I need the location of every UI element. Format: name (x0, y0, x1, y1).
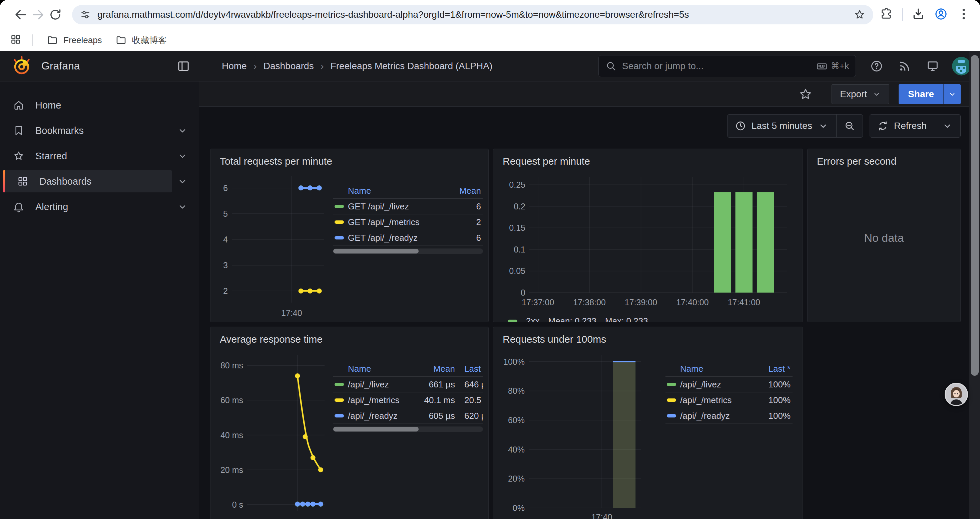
series-name[interactable]: /api/_/readyz (348, 411, 407, 421)
search-input[interactable] (622, 61, 816, 72)
series-name[interactable]: /api/_/livez (680, 379, 753, 390)
breadcrumb-dashboards[interactable]: Dashboards (264, 61, 314, 72)
sidebar-item-alerting[interactable]: Alerting (0, 196, 199, 218)
legend-col[interactable]: Last * (753, 364, 792, 374)
page-scrollbar-track[interactable] (969, 51, 980, 519)
panel-title[interactable]: Total requests per minute (216, 153, 483, 171)
series-name[interactable]: GET /api/_/metrics (348, 217, 446, 227)
refresh-interval-button[interactable] (934, 115, 960, 137)
time-range-button[interactable]: Last 5 minutes (727, 115, 836, 137)
legend-scrollbar[interactable] (333, 426, 483, 432)
legend-col-name[interactable]: Name (348, 364, 407, 374)
refresh-label: Refresh (894, 121, 927, 131)
news-button[interactable] (896, 57, 913, 75)
site-settings-icon[interactable] (80, 9, 91, 21)
series-value: 6 (446, 201, 483, 212)
series-name[interactable]: GET /api/_/livez (348, 201, 446, 212)
panel-total-requests[interactable]: Total requests per minute 6543217:40 Nam… (210, 149, 488, 322)
page-scrollbar-thumb[interactable] (970, 55, 978, 376)
bookmark-folder-freeleaps[interactable]: Freeleaps (41, 32, 107, 48)
bookmark-icon (13, 125, 25, 137)
grafana-logo[interactable] (11, 56, 32, 77)
zoom-out-icon (844, 120, 855, 132)
panel-title[interactable]: Errors per second (813, 153, 955, 171)
breadcrumb-current[interactable]: Freeleaps Metrics Dashboard (ALPHA) (331, 61, 493, 72)
browser-menu-button[interactable] (957, 7, 970, 22)
panel-title[interactable]: Average response time (216, 332, 483, 349)
legend-col[interactable]: Mean (446, 186, 483, 196)
url-bar[interactable]: grafana.mathmast.com/d/deytv4rwavabkb/fr… (72, 5, 873, 24)
extensions-button[interactable] (879, 7, 893, 22)
panel-errors-per-second[interactable]: Errors per second No data (807, 149, 961, 322)
panel-title[interactable]: Request per minute (499, 153, 797, 171)
zoom-out-button[interactable] (836, 115, 862, 137)
url-text[interactable]: grafana.mathmast.com/d/deytv4rwavabkb/fr… (97, 10, 853, 20)
series-name[interactable]: /api/_/metrics (348, 395, 407, 406)
breadcrumb-separator: › (253, 61, 257, 72)
export-button[interactable]: Export (832, 84, 889, 104)
chevron-down-icon[interactable] (177, 201, 188, 212)
svg-text:40 ms: 40 ms (221, 431, 243, 440)
series-name[interactable]: /api/_/readyz (680, 411, 753, 421)
favorite-star-icon[interactable] (799, 87, 813, 101)
series-value: 620 µs (457, 411, 483, 421)
floating-assistant-avatar[interactable] (945, 383, 968, 406)
back-button[interactable] (12, 6, 29, 23)
time-picker-group: Last 5 minutes (727, 114, 863, 137)
folder-icon (47, 34, 58, 46)
panel-avg-response-time[interactable]: Average response time 80 ms60 ms40 ms20 … (210, 327, 488, 519)
requests-under-100ms-chart[interactable]: 100%80%60%40%20%0%17:40 (499, 349, 644, 519)
series-name[interactable]: 2xx (526, 316, 539, 322)
bookmark-star-icon[interactable] (853, 8, 866, 21)
bookmark-label: Freeleaps (64, 35, 102, 45)
profile-button[interactable] (934, 7, 948, 22)
reload-button[interactable] (47, 6, 64, 23)
sidebar: Home Bookmarks Starred (0, 81, 199, 519)
avg-response-time-chart[interactable]: 80 ms60 ms40 ms20 ms0 s17:40 (216, 349, 328, 519)
svg-text:0.1: 0.1 (514, 245, 525, 254)
legend-scrollbar-thumb[interactable] (333, 427, 418, 431)
series-name[interactable]: GET /api/_/readyz (348, 233, 446, 243)
legend-scrollbar[interactable] (333, 249, 483, 254)
chevron-down-icon[interactable] (177, 176, 188, 187)
legend-scrollbar-thumb[interactable] (333, 249, 418, 254)
search-box[interactable]: ⌘+k (598, 55, 856, 77)
sidebar-item-home[interactable]: Home (0, 94, 199, 116)
panel-request-per-minute[interactable]: Request per minute 0.250.20.150.10.05017… (493, 149, 803, 322)
breadcrumb-home[interactable]: Home (222, 61, 247, 72)
sidebar-item-starred[interactable]: Starred (0, 145, 199, 167)
legend-col[interactable]: Last * (457, 364, 483, 374)
shortcut-text: ⌘+k (831, 61, 849, 71)
legend-col-name[interactable]: Name (348, 186, 446, 196)
legend-col-name[interactable]: Name (680, 364, 753, 374)
user-avatar[interactable] (952, 57, 970, 75)
home-icon (13, 99, 25, 111)
help-button[interactable] (868, 57, 885, 75)
kiosk-mode-button[interactable] (924, 57, 941, 75)
bookmark-folder-blogs[interactable]: 收藏博客 (110, 32, 172, 48)
legend-row: /api/_/readyz605 µs620 µs (333, 408, 483, 424)
panel-requests-under-100ms[interactable]: Requests under 100ms 100%80%60%40%20%0%1… (493, 327, 803, 519)
share-menu-button[interactable] (943, 84, 961, 104)
request-per-minute-chart[interactable]: 0.250.20.150.10.05017:37:0017:38:0017:39… (499, 171, 792, 311)
brand-name[interactable]: Grafana (41, 60, 177, 72)
legend-col[interactable]: Mean (407, 364, 457, 374)
forward-button[interactable] (29, 6, 47, 23)
sidebar-item-bookmarks[interactable]: Bookmarks (0, 120, 199, 142)
chevron-down-icon[interactable] (177, 150, 188, 162)
apps-grid-button[interactable] (10, 34, 21, 46)
series-name[interactable]: /api/_/metrics (680, 395, 753, 406)
dock-sidebar-icon[interactable] (177, 59, 190, 73)
refresh-button[interactable]: Refresh (870, 115, 934, 137)
series-mean: Mean: 0.233 (548, 316, 597, 322)
panel-title[interactable]: Requests under 100ms (499, 332, 797, 349)
downloads-button[interactable] (911, 7, 925, 22)
grafana-app: Grafana Home › Dashboards › Freeleaps Me… (0, 51, 980, 519)
folder-icon (115, 34, 127, 46)
series-name[interactable]: /api/_/livez (348, 379, 407, 390)
sidebar-item-dashboards[interactable]: Dashboards (0, 170, 199, 192)
chevron-down-icon[interactable] (177, 125, 188, 136)
series-value: 100% (753, 411, 792, 421)
share-button[interactable]: Share (899, 84, 943, 104)
total-requests-chart[interactable]: 6543217:40 (216, 171, 328, 322)
